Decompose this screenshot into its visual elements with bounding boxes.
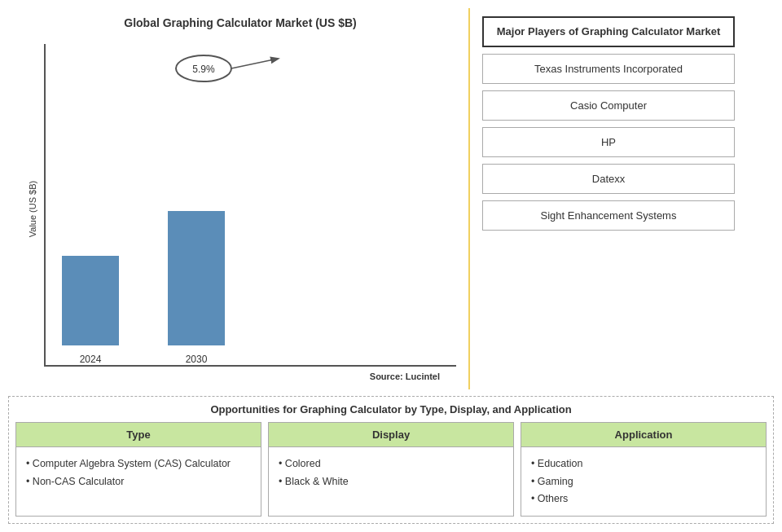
main-container: Global Graphing Calculator Market (US $B… [0, 0, 782, 532]
chart-title: Global Graphing Calculator Market (US $B… [124, 16, 357, 29]
bar-2030 [168, 211, 225, 345]
bar-2024 [62, 256, 119, 345]
display-item-1: Black & White [279, 473, 503, 490]
opportunities-grid: Type Computer Algebra System (CAS) Calcu… [15, 422, 767, 517]
y-axis-label: Value (US $B) [24, 36, 41, 381]
bars-container: 5.9% 2024 [44, 44, 456, 367]
application-item-2: Others [531, 490, 756, 508]
application-item-0: Education [531, 455, 756, 473]
players-title: Major Players of Graphing Calculator Mar… [482, 16, 735, 47]
display-content: Colored Black & White [268, 447, 514, 517]
vertical-divider [468, 8, 470, 389]
player-item-3: Datexx [482, 164, 735, 194]
display-item-0: Colored [279, 455, 503, 473]
bar-group-2024: 2024 [62, 256, 119, 365]
top-section: Global Graphing Calculator Market (US $B… [8, 8, 774, 389]
bar-label-2024: 2024 [80, 354, 102, 365]
chart-area: Value (US $B) 5.9% [24, 36, 456, 381]
display-column: Display Colored Black & White [268, 422, 514, 517]
opportunities-title: Opportunities for Graphing Calculator by… [15, 403, 767, 415]
type-content: Computer Algebra System (CAS) Calculator… [15, 447, 261, 517]
bar-group-2030: 2030 [168, 211, 225, 365]
svg-text:5.9%: 5.9% [192, 64, 215, 75]
chart-section: Global Graphing Calculator Market (US $B… [8, 8, 464, 389]
type-header: Type [15, 422, 261, 447]
player-item-1: Casio Computer [482, 90, 735, 121]
player-item-4: Sight Enhancement Systems [482, 200, 735, 231]
type-column: Type Computer Algebra System (CAS) Calcu… [15, 422, 261, 517]
chart-inner: 5.9% 2024 [44, 36, 456, 381]
application-header: Application [521, 422, 767, 447]
player-item-2: HP [482, 127, 735, 157]
type-item-1: Non-CAS Calculator [26, 473, 251, 490]
application-item-1: Gaming [531, 473, 756, 490]
player-item-0: Texas Instruments Incorporated [482, 54, 735, 84]
application-content: Education Gaming Others [521, 447, 767, 517]
type-item-0: Computer Algebra System (CAS) Calculator [26, 455, 251, 473]
bar-label-2030: 2030 [186, 354, 208, 365]
players-section: Major Players of Graphing Calculator Mar… [474, 8, 743, 389]
svg-line-2 [231, 59, 278, 68]
source-label: Source: Lucintel [370, 372, 440, 381]
application-column: Application Education Gaming Others [521, 422, 767, 517]
display-header: Display [268, 422, 514, 447]
bottom-section: Opportunities for Graphing Calculator by… [8, 396, 774, 524]
